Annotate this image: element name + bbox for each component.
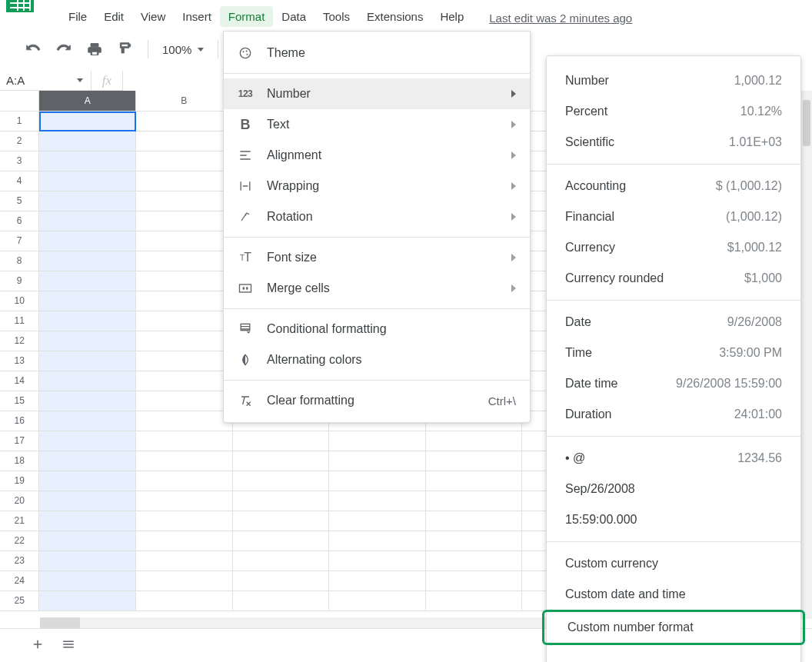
- col-header-A[interactable]: A: [39, 91, 136, 111]
- cell[interactable]: [136, 191, 233, 211]
- menu-item-alignment[interactable]: Alignment: [224, 140, 530, 171]
- cell[interactable]: [136, 131, 233, 151]
- last-edit-link[interactable]: Last edit was 2 minutes ago: [489, 8, 632, 25]
- all-sheets-button[interactable]: [62, 637, 75, 654]
- number-format-custom-date-and-time[interactable]: Custom date and time: [547, 579, 800, 610]
- row-header[interactable]: 25: [0, 591, 39, 611]
- menu-view[interactable]: View: [132, 6, 174, 27]
- cell[interactable]: [233, 531, 330, 551]
- cell[interactable]: [136, 151, 233, 171]
- col-header-B[interactable]: B: [136, 91, 233, 111]
- menu-file[interactable]: File: [60, 6, 95, 27]
- cell[interactable]: [329, 471, 426, 491]
- cell[interactable]: [233, 591, 330, 611]
- menu-item-alternating-colors[interactable]: Alternating colors: [224, 344, 530, 375]
- cell[interactable]: [136, 371, 233, 391]
- cell[interactable]: [39, 111, 136, 131]
- cell[interactable]: [426, 591, 523, 611]
- print-icon[interactable]: [86, 41, 103, 58]
- cell[interactable]: [39, 431, 136, 451]
- row-header[interactable]: 18: [0, 451, 39, 471]
- row-header[interactable]: 8: [0, 251, 39, 271]
- cell[interactable]: [136, 271, 233, 291]
- row-header[interactable]: 21: [0, 511, 39, 531]
- select-all-corner[interactable]: [0, 91, 39, 111]
- menu-help[interactable]: Help: [431, 6, 472, 27]
- cell[interactable]: [426, 551, 523, 571]
- cell[interactable]: [136, 311, 233, 331]
- cell[interactable]: [39, 331, 136, 351]
- cell[interactable]: [39, 231, 136, 251]
- number-format-recent[interactable]: • @1234.56: [547, 443, 800, 474]
- cell[interactable]: [329, 551, 426, 571]
- menu-edit[interactable]: Edit: [95, 6, 132, 27]
- row-header[interactable]: 14: [0, 371, 39, 391]
- cell[interactable]: [39, 451, 136, 471]
- cell[interactable]: [39, 271, 136, 291]
- row-header[interactable]: 7: [0, 231, 39, 251]
- cell[interactable]: [39, 491, 136, 511]
- row-header[interactable]: 12: [0, 331, 39, 351]
- cell[interactable]: [136, 531, 233, 551]
- menu-extensions[interactable]: Extensions: [358, 6, 431, 27]
- cell[interactable]: [426, 511, 523, 531]
- cell[interactable]: [233, 491, 330, 511]
- cell[interactable]: [136, 591, 233, 611]
- number-format-recent[interactable]: 15:59:00.000: [547, 504, 800, 535]
- add-sheet-button[interactable]: [31, 637, 45, 654]
- row-header[interactable]: 6: [0, 211, 39, 231]
- cell[interactable]: [233, 551, 330, 571]
- cell[interactable]: [39, 131, 136, 151]
- cell[interactable]: [136, 411, 233, 431]
- cell[interactable]: [136, 291, 233, 311]
- menu-insert[interactable]: Insert: [174, 6, 220, 27]
- cell[interactable]: [136, 511, 233, 531]
- row-header[interactable]: 4: [0, 171, 39, 191]
- cell[interactable]: [136, 351, 233, 371]
- cell[interactable]: [136, 451, 233, 471]
- menu-item-merge-cells[interactable]: Merge cells: [224, 273, 530, 304]
- row-header[interactable]: 22: [0, 531, 39, 551]
- cell[interactable]: [39, 251, 136, 271]
- cell[interactable]: [136, 171, 233, 191]
- scrollbar-thumb[interactable]: [803, 100, 810, 146]
- number-format-date-time[interactable]: Date time9/26/2008 15:59:00: [547, 368, 800, 399]
- number-format-custom-number[interactable]: Custom number format: [549, 612, 798, 643]
- menu-item-theme[interactable]: Theme: [224, 38, 530, 68]
- cell[interactable]: [39, 531, 136, 551]
- number-format-currency-rounded[interactable]: Currency rounded$1,000: [547, 263, 800, 294]
- cell[interactable]: [329, 531, 426, 551]
- cell[interactable]: [136, 471, 233, 491]
- row-header[interactable]: 1: [0, 111, 39, 131]
- cell[interactable]: [136, 551, 233, 571]
- menu-format[interactable]: Format: [220, 6, 274, 27]
- cell[interactable]: [39, 191, 136, 211]
- row-header[interactable]: 11: [0, 311, 39, 331]
- cell[interactable]: [426, 431, 523, 451]
- cell[interactable]: [39, 351, 136, 371]
- cell[interactable]: [233, 471, 330, 491]
- cell[interactable]: [39, 371, 136, 391]
- number-format-financial[interactable]: Financial(1,000.12): [547, 201, 800, 232]
- number-format-time[interactable]: Time3:59:00 PM: [547, 338, 800, 368]
- name-box[interactable]: A:A: [0, 74, 91, 87]
- menu-item-text[interactable]: B Text: [224, 109, 530, 140]
- redo-icon[interactable]: [55, 41, 72, 58]
- cell[interactable]: [233, 511, 330, 531]
- undo-icon[interactable]: [25, 41, 42, 58]
- number-format-custom-currency[interactable]: Custom currency: [547, 548, 800, 579]
- row-header[interactable]: 9: [0, 271, 39, 291]
- number-format-accounting[interactable]: Accounting$ (1,000.12): [547, 171, 800, 201]
- number-format-scientific[interactable]: Scientific1.01E+03: [547, 127, 800, 158]
- paint-format-icon[interactable]: [117, 41, 134, 58]
- menu-item-clear-formatting[interactable]: Clear formatting Ctrl+\: [224, 385, 530, 416]
- row-header[interactable]: 3: [0, 151, 39, 171]
- cell[interactable]: [233, 431, 330, 451]
- row-header[interactable]: 2: [0, 131, 39, 151]
- cell[interactable]: [136, 491, 233, 511]
- cell[interactable]: [329, 571, 426, 591]
- cell[interactable]: [136, 211, 233, 231]
- number-format-date[interactable]: Date9/26/2008: [547, 307, 800, 338]
- cell[interactable]: [39, 171, 136, 191]
- cell[interactable]: [233, 451, 330, 471]
